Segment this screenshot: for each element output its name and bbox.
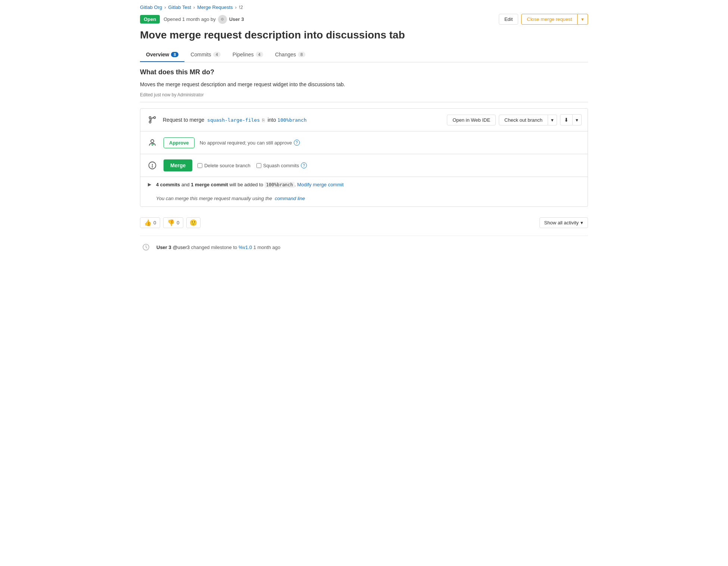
breadcrumb-merge-requests[interactable]: Merge Requests <box>197 4 233 10</box>
breadcrumb-gitlab-org[interactable]: Gitlab Org <box>140 4 162 10</box>
thumbs-up-icon: 👍 <box>144 219 152 226</box>
merge-info-card: Request to merge squash-large-files ⎘ in… <box>140 108 588 207</box>
source-branch-link[interactable]: squash-large-files <box>207 117 260 123</box>
breadcrumb-gitlab-test[interactable]: Gitlab Test <box>168 4 191 10</box>
edited-note: Edited just now by Administrator <box>140 92 588 97</box>
mr-title: Move merge request description into disc… <box>140 28 588 42</box>
tab-pipelines-label: Pipelines <box>233 52 254 57</box>
tab-changes[interactable]: Changes 8 <box>269 48 311 62</box>
header-left: Open Opened 1 month ago by ⚙ User 3 <box>140 15 244 24</box>
svg-point-4 <box>151 140 154 143</box>
svg-point-1 <box>154 117 156 119</box>
approval-text: No approval required; you can still appr… <box>200 140 292 146</box>
and-label: and <box>181 182 191 187</box>
download-button[interactable]: ⬇ <box>560 114 573 125</box>
activity-clock-icon <box>140 241 152 253</box>
thumbs-down-icon: 👎 <box>167 219 175 226</box>
activity-row: User 3 @user3 changed milestone to %v1.0… <box>140 236 588 258</box>
manual-text: You can merge this merge request manuall… <box>156 196 272 201</box>
svg-point-7 <box>152 167 153 168</box>
warning-icon <box>146 159 158 171</box>
tab-pipelines-count: 4 <box>256 52 263 57</box>
copy-branch-icon[interactable]: ⎘ <box>262 118 265 123</box>
show-activity-chevron-icon: ▾ <box>581 220 583 226</box>
checkout-branch-button[interactable]: Check out branch <box>499 115 548 125</box>
target-branch-link[interactable]: 100%branch <box>277 117 307 123</box>
tab-pipelines[interactable]: Pipelines 4 <box>227 48 269 62</box>
target-branch-code: 100%branch <box>265 182 295 188</box>
merge-commit-count: 1 merge commit <box>191 182 228 187</box>
tabs: Overview 8 Commits 4 Pipelines 4 Changes… <box>140 48 588 62</box>
commits-info-row: ▶ 4 commits and 1 merge commit will be a… <box>140 177 588 192</box>
delete-source-checkbox-label[interactable]: Delete source branch <box>197 163 251 168</box>
tab-commits-label: Commits <box>190 52 211 57</box>
activity-text: User 3 @user3 changed milestone to %v1.0… <box>156 245 280 250</box>
tab-overview-label: Overview <box>146 52 169 57</box>
svg-point-2 <box>149 121 151 123</box>
download-button-group: ⬇ ▾ <box>560 114 582 125</box>
thumbs-up-button[interactable]: 👍 0 <box>140 217 160 228</box>
show-all-activity-button[interactable]: Show all activity ▾ <box>539 217 588 228</box>
merge-branch-icon <box>146 114 158 126</box>
close-mr-dropdown[interactable]: ▾ <box>578 14 588 25</box>
tab-changes-count: 8 <box>298 52 305 57</box>
merge-info-left: Request to merge squash-large-files ⎘ in… <box>146 114 307 126</box>
description-section: What does this MR do? Moves the merge re… <box>140 62 588 102</box>
squash-commits-checkbox-label[interactable]: Squash commits ? <box>256 162 307 168</box>
breadcrumb-sep-3: › <box>235 4 237 10</box>
description-body: Moves the merge request description and … <box>140 81 588 88</box>
will-be-added-label: will be added to <box>230 182 265 187</box>
expand-commits-icon[interactable]: ▶ <box>146 181 152 187</box>
squash-help-icon[interactable]: ? <box>301 162 307 168</box>
close-mr-button-group: Close merge request ▾ <box>521 14 588 25</box>
download-dropdown[interactable]: ▾ <box>573 114 582 125</box>
thumbs-down-count: 0 <box>177 220 179 226</box>
show-activity-label: Show all activity <box>544 220 579 226</box>
author-name: User 3 <box>229 16 244 22</box>
delete-source-checkbox[interactable] <box>197 163 202 168</box>
description-title: What does this MR do? <box>140 68 588 76</box>
reactions-row: 👍 0 👎 0 🙂 Show all activity ▾ <box>140 213 588 233</box>
mr-header-row: Open Opened 1 month ago by ⚙ User 3 Edit… <box>140 14 588 25</box>
edit-button[interactable]: Edit <box>499 14 518 25</box>
close-mr-button[interactable]: Close merge request <box>521 14 578 25</box>
tab-overview-count: 8 <box>171 52 178 57</box>
avatar: ⚙ <box>218 15 227 24</box>
manual-merge-row: You can merge this merge request manuall… <box>140 192 588 206</box>
commits-text: 4 commits and 1 merge commit will be add… <box>156 182 343 187</box>
commits-count: 4 commits <box>156 182 180 187</box>
tab-changes-label: Changes <box>275 52 296 57</box>
add-emoji-button[interactable]: 🙂 <box>186 217 200 228</box>
tab-commits-count: 4 <box>213 52 221 57</box>
command-line-link[interactable]: command line <box>275 196 305 201</box>
delete-source-label: Delete source branch <box>204 163 251 168</box>
approve-row: Approve No approval required; you can st… <box>140 131 588 154</box>
squash-commits-label: Squash commits <box>263 163 299 168</box>
breadcrumb: Gitlab Org › Gitlab Test › Merge Request… <box>140 0 588 14</box>
breadcrumb-mr-id: !2 <box>239 4 243 10</box>
header-actions: Edit Close merge request ▾ <box>499 14 588 25</box>
request-to-merge-label: Request to merge <box>163 117 204 123</box>
merge-actions: Open in Web IDE Check out branch ▾ ⬇ ▾ <box>447 114 582 125</box>
meta-opened-text: Opened 1 month ago by <box>164 16 216 22</box>
tab-overview[interactable]: Overview 8 <box>140 48 184 62</box>
thumbs-down-button[interactable]: 👎 0 <box>163 217 183 228</box>
open-web-ide-button[interactable]: Open in Web IDE <box>447 115 496 125</box>
approver-icon <box>146 137 158 149</box>
merge-text: Request to merge squash-large-files ⎘ in… <box>163 117 307 123</box>
checkout-button-group: Check out branch ▾ <box>499 115 557 125</box>
approval-help-icon[interactable]: ? <box>294 140 300 146</box>
svg-point-0 <box>149 117 151 119</box>
header-meta: Opened 1 month ago by ⚙ User 3 <box>164 15 244 24</box>
merge-button[interactable]: Merge <box>164 159 192 171</box>
checkout-dropdown[interactable]: ▾ <box>548 115 557 125</box>
merge-info-row: Request to merge squash-large-files ⎘ in… <box>140 109 588 131</box>
merge-row: Merge Delete source branch Squash commit… <box>140 154 588 177</box>
tab-commits[interactable]: Commits 4 <box>184 48 226 62</box>
status-badge: Open <box>140 15 160 24</box>
merge-options: Delete source branch Squash commits ? <box>197 162 307 168</box>
squash-commits-checkbox[interactable] <box>256 163 261 168</box>
modify-merge-commit-link[interactable]: Modify merge commit <box>297 182 343 187</box>
approve-button[interactable]: Approve <box>164 137 195 148</box>
approval-status-text: No approval required; you can still appr… <box>200 140 300 146</box>
